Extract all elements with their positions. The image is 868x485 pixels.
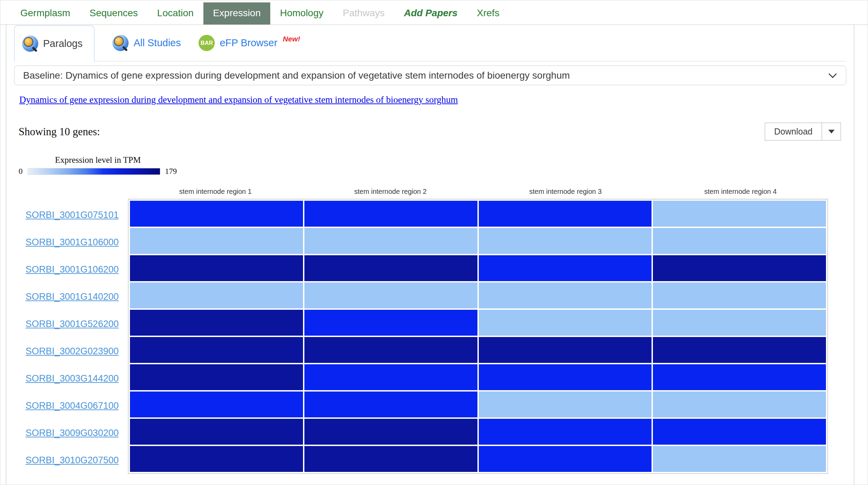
chevron-down-icon <box>828 70 837 78</box>
heatmap-cell[interactable] <box>479 310 652 336</box>
gene-link[interactable]: SORBI_3001G075101 <box>26 210 119 220</box>
download-options-button[interactable] <box>822 122 841 141</box>
heatmap-cell[interactable] <box>653 419 826 445</box>
subtab-efp-browser[interactable]: BAR eFP Browser New! <box>199 35 300 51</box>
heatmap-cell[interactable] <box>130 364 303 390</box>
search-icon <box>112 35 129 51</box>
gene-row-label: SORBI_3002G023900 <box>14 338 128 365</box>
gene-row-label: SORBI_3001G075101 <box>14 201 128 229</box>
heatmap-cell[interactable] <box>653 446 826 472</box>
heatmap-column-header: stem internode region 3 <box>478 188 653 199</box>
tab-expression[interactable]: Expression <box>203 2 271 24</box>
heatmap-cell[interactable] <box>130 310 303 336</box>
subtab-paralogs-label: Paralogs <box>43 38 82 49</box>
expression-panel: Paralogs All Studies BAR eFP Browser New… <box>6 25 854 485</box>
gene-link[interactable]: SORBI_3001G106000 <box>26 237 119 248</box>
heatmap-cell[interactable] <box>653 283 826 308</box>
gene-row-label: SORBI_3001G106000 <box>14 229 128 256</box>
heatmap-cell[interactable] <box>304 255 477 281</box>
showing-genes-text: Showing 10 genes: <box>19 126 100 138</box>
heatmap-cell[interactable] <box>479 419 652 445</box>
tab-xrefs[interactable]: Xrefs <box>467 2 509 24</box>
gene-link[interactable]: SORBI_3001G526200 <box>26 319 119 329</box>
download-split-button: Download <box>765 122 841 141</box>
heatmap-cell[interactable] <box>653 228 826 254</box>
tab-location[interactable]: Location <box>148 2 203 24</box>
gene-row-label: SORBI_3009G030200 <box>14 419 128 447</box>
heatmap-column-headers: stem internode region 1stem internode re… <box>128 188 828 199</box>
heatmap-cell[interactable] <box>304 392 477 417</box>
heatmap-cell[interactable] <box>653 392 826 417</box>
gene-link[interactable]: SORBI_3003G144200 <box>26 373 119 384</box>
heatmap-cell[interactable] <box>130 228 303 254</box>
heatmap-cell[interactable] <box>304 364 477 390</box>
heatmap-cell[interactable] <box>479 255 652 281</box>
gene-link[interactable]: SORBI_3010G207500 <box>26 455 119 466</box>
heatmap-column-header: stem internode region 2 <box>303 188 478 199</box>
gene-row-label: SORBI_3001G140200 <box>14 283 128 310</box>
gene-link[interactable]: SORBI_3001G106200 <box>26 264 119 275</box>
heatmap-cell[interactable] <box>653 310 826 336</box>
heatmap-cell[interactable] <box>304 310 477 336</box>
expression-subtabs: Paralogs All Studies BAR eFP Browser New… <box>14 25 846 61</box>
subtab-all-studies[interactable]: All Studies <box>112 35 181 51</box>
heatmap-cell[interactable] <box>479 364 652 390</box>
heatmap-cell[interactable] <box>304 228 477 254</box>
download-button[interactable]: Download <box>765 122 822 141</box>
heatmap-cell[interactable] <box>304 446 477 472</box>
tab-pathways: Pathways <box>333 2 394 24</box>
gene-row-label: SORBI_3003G144200 <box>14 365 128 392</box>
gene-page-tabs: Germplasm Sequences Location Expression … <box>0 0 868 25</box>
heatmap-cell[interactable] <box>653 255 826 281</box>
heatmap-cell[interactable] <box>479 201 652 227</box>
baseline-study-select-value: Baseline: Dynamics of gene expression du… <box>23 70 570 81</box>
heatmap-cell[interactable] <box>653 337 826 363</box>
gene-row-label: SORBI_3001G526200 <box>14 310 128 338</box>
study-link[interactable]: Dynamics of gene expression during devel… <box>19 95 458 105</box>
heatmap-cell[interactable] <box>479 337 652 363</box>
gene-link[interactable]: SORBI_3009G030200 <box>26 428 119 438</box>
heatmap-cell[interactable] <box>479 228 652 254</box>
tab-add-papers[interactable]: Add Papers <box>394 2 467 24</box>
heatmap-cell[interactable] <box>479 283 652 308</box>
heatmap-box <box>128 199 828 474</box>
heatmap-cell[interactable] <box>653 201 826 227</box>
legend-min: 0 <box>19 167 23 176</box>
tab-germplasm[interactable]: Germplasm <box>11 2 80 24</box>
heatmap-cell[interactable] <box>130 446 303 472</box>
heatmap-cell[interactable] <box>130 419 303 445</box>
tab-sequences[interactable]: Sequences <box>80 2 148 24</box>
heatmap-column-header: stem internode region 4 <box>653 188 828 199</box>
caret-down-icon <box>828 130 835 133</box>
expression-legend: Expression level in TPM 0 179 <box>19 155 201 176</box>
heatmap-cell[interactable] <box>479 446 652 472</box>
subtab-paralogs[interactable]: Paralogs <box>14 26 94 62</box>
legend-title: Expression level in TPM <box>19 155 177 165</box>
subtab-efp-browser-label: eFP Browser <box>220 37 277 49</box>
heatmap-cell[interactable] <box>304 201 477 227</box>
new-badge: New! <box>283 35 300 43</box>
heatmap-cell[interactable] <box>130 337 303 363</box>
tab-homology[interactable]: Homology <box>270 2 333 24</box>
heatmap-cell[interactable] <box>479 392 652 417</box>
heatmap-cell[interactable] <box>130 283 303 308</box>
heatmap-column-header: stem internode region 1 <box>128 188 303 199</box>
heatmap-cell[interactable] <box>304 419 477 445</box>
heatmap-cell[interactable] <box>653 364 826 390</box>
heatmap-cell[interactable] <box>304 337 477 363</box>
heatmap-cell[interactable] <box>130 392 303 417</box>
gene-link[interactable]: SORBI_3002G023900 <box>26 346 119 357</box>
gene-row-label: SORBI_3010G207500 <box>14 447 128 474</box>
heatmap-cell[interactable] <box>304 283 477 308</box>
legend-gradient-bar <box>28 168 160 175</box>
gene-link[interactable]: SORBI_3001G140200 <box>26 291 119 302</box>
heatmap-gene-labels: SORBI_3001G075101SORBI_3001G106000SORBI_… <box>14 188 128 474</box>
expression-heatmap: SORBI_3001G075101SORBI_3001G106000SORBI_… <box>14 188 846 474</box>
baseline-study-select[interactable]: Baseline: Dynamics of gene expression du… <box>14 66 846 85</box>
bar-efp-icon: BAR <box>199 35 215 51</box>
subtab-all-studies-label: All Studies <box>133 37 181 49</box>
heatmap-cell[interactable] <box>130 255 303 281</box>
search-icon <box>22 36 38 52</box>
heatmap-cell[interactable] <box>130 201 303 227</box>
gene-link[interactable]: SORBI_3004G067100 <box>26 400 119 411</box>
